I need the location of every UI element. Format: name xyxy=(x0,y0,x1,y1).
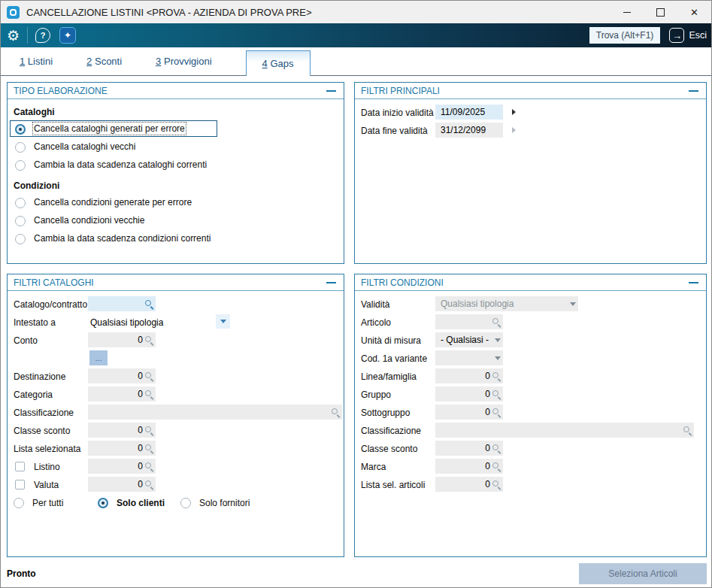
exit-button[interactable]: → Esci xyxy=(669,28,707,43)
radio-option-label[interactable]: Cancella condizioni generate per errore xyxy=(34,197,192,208)
collapse-icon[interactable] xyxy=(326,282,336,283)
tab-listini[interactable]: 1 Listini xyxy=(20,56,53,67)
destinazione-input[interactable]: 0 xyxy=(88,368,156,383)
gruppo-input[interactable]: 0 xyxy=(435,386,503,402)
tab-sconti[interactable]: 2 Sconti xyxy=(86,56,122,67)
radio-label[interactable]: Solo clienti xyxy=(117,498,165,508)
radio-selected[interactable] xyxy=(15,124,26,135)
field-row: Data fine validità 31/12/2099 xyxy=(355,122,706,140)
intestato-dropdown[interactable] xyxy=(216,314,230,329)
radio-option-row: Cancella cataloghi vecchi xyxy=(8,138,344,156)
search-icon[interactable] xyxy=(144,335,153,344)
field-label: Classificazione xyxy=(14,408,74,418)
field-label: Cod. 1a variante xyxy=(361,353,427,364)
close-button[interactable]: ✕ xyxy=(677,1,711,23)
chevron-down-icon xyxy=(495,338,501,342)
radio-option-label[interactable]: Cambia la data scadenza cataloghi corren… xyxy=(34,159,207,170)
minimize-button[interactable] xyxy=(610,1,644,23)
classificazione-input[interactable] xyxy=(435,423,694,438)
find-button[interactable]: Trova (Alt+F1) xyxy=(589,27,661,44)
cod-variante-dropdown[interactable] xyxy=(435,350,503,365)
tab-provvigioni[interactable]: 3 Provvigioni xyxy=(156,56,211,67)
radio-per-tutti[interactable] xyxy=(14,498,24,508)
field-value: 0 xyxy=(90,335,144,345)
search-icon[interactable] xyxy=(144,299,153,308)
assistant-icon[interactable]: ✦ xyxy=(59,27,76,44)
classe-sconto-input[interactable]: 0 xyxy=(435,441,503,456)
radio-label[interactable]: Per tutti xyxy=(32,498,63,508)
panel-filtri-principali: FILTRI PRINCIPALI Data inizio validità 1… xyxy=(354,82,707,264)
collapse-icon[interactable] xyxy=(326,90,336,92)
help-icon[interactable]: ? xyxy=(35,28,50,43)
radio-unselected[interactable] xyxy=(15,216,26,226)
search-icon[interactable] xyxy=(492,462,501,471)
radio-unselected[interactable] xyxy=(15,142,26,153)
valuta-checkbox[interactable] xyxy=(15,480,25,489)
valuta-input[interactable]: 0 xyxy=(88,477,156,492)
field-label: Data fine validità xyxy=(361,126,428,136)
search-icon[interactable] xyxy=(492,389,501,399)
radio-solo-clienti[interactable] xyxy=(98,498,108,508)
search-icon[interactable] xyxy=(492,444,501,453)
radio-unselected[interactable] xyxy=(15,160,26,171)
catalogo-contratto-input[interactable] xyxy=(88,296,156,311)
field-value: 0 xyxy=(438,371,492,381)
listino-input[interactable]: 0 xyxy=(88,459,156,474)
field-row: Lista sel. articoli 0 xyxy=(355,476,706,494)
maximize-button[interactable] xyxy=(644,1,677,23)
search-icon[interactable] xyxy=(331,408,340,417)
data-inizio-input[interactable]: 11/09/2025 xyxy=(435,105,503,120)
categoria-input[interactable]: 0 xyxy=(88,386,156,402)
lista-sel-articoli-input[interactable]: 0 xyxy=(435,477,503,492)
search-icon[interactable] xyxy=(144,389,153,399)
field-row: Listino 0 xyxy=(8,458,344,476)
seleziona-articoli-button[interactable]: Seleziona Articoli xyxy=(579,563,707,584)
sottogruppo-input[interactable]: 0 xyxy=(435,405,503,420)
collapse-icon[interactable] xyxy=(689,282,698,283)
search-icon[interactable] xyxy=(144,462,153,471)
search-icon[interactable] xyxy=(492,371,501,380)
data-fine-input[interactable]: 31/12/2099 xyxy=(435,123,503,138)
search-icon[interactable] xyxy=(144,426,153,435)
field-row: Data inizio validità 11/09/2025 xyxy=(355,104,706,122)
conto-input[interactable]: 0 xyxy=(88,332,156,347)
articolo-input[interactable] xyxy=(435,314,503,329)
radio-option-label[interactable]: Cancella condizioni vecchie xyxy=(34,215,144,226)
search-icon[interactable] xyxy=(492,480,501,489)
radio-unselected[interactable] xyxy=(15,234,26,244)
lista-selezionata-input[interactable]: 0 xyxy=(88,441,156,456)
radio-option-label[interactable]: Cambia la data scadenza condizioni corre… xyxy=(34,233,211,244)
checkbox-label[interactable]: Listino xyxy=(34,462,60,472)
search-icon[interactable] xyxy=(683,426,692,435)
calendar-arrow-icon[interactable] xyxy=(512,109,516,115)
search-icon[interactable] xyxy=(144,371,153,380)
search-icon[interactable] xyxy=(492,408,501,417)
marca-input[interactable]: 0 xyxy=(435,459,503,474)
gear-icon[interactable]: ⚙ xyxy=(7,29,20,43)
listino-checkbox[interactable] xyxy=(15,462,25,471)
panel-header: TIPO ELABORAZIONE xyxy=(8,83,344,99)
classe-sconto-input[interactable]: 0 xyxy=(88,423,156,438)
field-label: Sottogruppo xyxy=(361,408,410,418)
linea-famiglia-input[interactable]: 0 xyxy=(435,368,503,383)
checkbox-label[interactable]: Valuta xyxy=(34,480,59,490)
field-label: Unità di misura xyxy=(361,335,421,346)
field-value: - Qualsiasi - xyxy=(438,335,495,345)
radio-label[interactable]: Solo fornitori xyxy=(199,498,250,508)
field-value: 0 xyxy=(438,407,492,417)
field-row: Classe sconto 0 xyxy=(355,440,706,458)
search-icon[interactable] xyxy=(144,480,153,489)
titlebar: CANCELLAZIONE LISTINI <PROVA - AZIENDA D… xyxy=(1,1,711,23)
radio-unselected[interactable] xyxy=(15,198,26,208)
field-label: Linea/famiglia xyxy=(361,371,417,382)
search-icon[interactable] xyxy=(492,317,501,326)
tab-gaps[interactable]: 4 Gaps xyxy=(246,50,311,76)
classificazione-input[interactable] xyxy=(88,405,342,420)
collapse-icon[interactable] xyxy=(689,90,698,92)
radio-solo-fornitori[interactable] xyxy=(180,498,191,508)
radio-option-label[interactable]: Cancella cataloghi vecchi xyxy=(34,141,135,152)
unita-misura-dropdown[interactable]: - Qualsiasi - xyxy=(435,332,503,347)
more-options-button[interactable]: ... xyxy=(89,350,108,365)
radio-option-label[interactable]: Cancella cataloghi generati per errore xyxy=(34,123,185,134)
search-icon[interactable] xyxy=(144,444,153,453)
